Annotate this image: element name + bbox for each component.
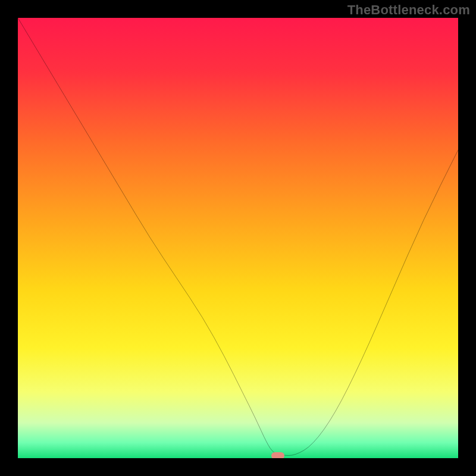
watermark-text: TheBottleneck.com: [347, 2, 470, 18]
optimal-point-marker: [271, 452, 284, 458]
plot-area: [18, 18, 458, 458]
bottleneck-curve: [18, 18, 458, 458]
chart-frame: TheBottleneck.com: [0, 0, 476, 476]
